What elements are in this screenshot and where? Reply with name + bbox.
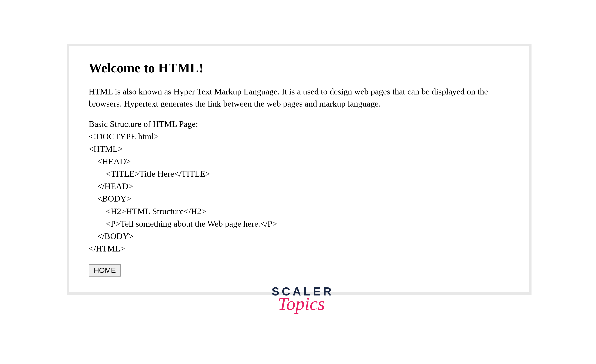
content-box: Welcome to HTML! HTML is also known as H… bbox=[67, 44, 531, 295]
logo-topics-text: Topics bbox=[270, 296, 332, 312]
home-button[interactable]: HOME bbox=[89, 264, 121, 276]
page-title: Welcome to HTML! bbox=[89, 60, 509, 75]
code-sample-block: Basic Structure of HTML Page: <!DOCTYPE … bbox=[89, 118, 509, 255]
scaler-topics-logo: SCALER Topics bbox=[272, 286, 334, 312]
intro-paragraph: HTML is also known as Hyper Text Markup … bbox=[89, 86, 509, 110]
